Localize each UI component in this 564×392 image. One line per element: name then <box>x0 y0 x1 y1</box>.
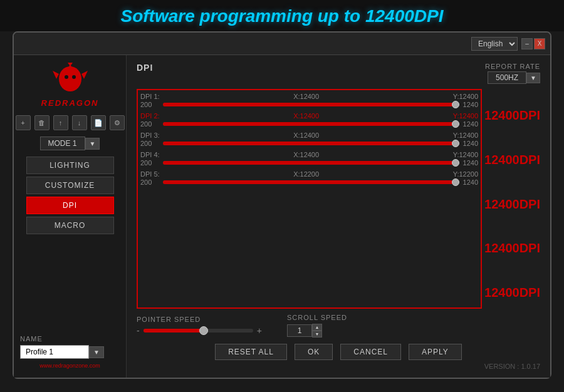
scroll-arrows: ▲ ▼ <box>312 324 322 338</box>
cancel-button[interactable]: CANCEL <box>340 344 401 360</box>
name-label: NAME <box>20 335 120 343</box>
dpi-slider-fill-2 <box>163 122 453 126</box>
dpi-slider-row-3: 200 1240 <box>140 140 478 147</box>
dpi-slider-thumb-2[interactable] <box>452 120 459 128</box>
main-frame: English – X <box>13 31 551 379</box>
scroll-input-row: ▲ ▼ <box>287 324 347 338</box>
dpi-row-5-label: DPI 5: <box>140 170 160 178</box>
dpi-right-label-3: 12400DPI <box>484 189 540 219</box>
frame-top: English – X <box>14 33 550 55</box>
mode-label: MODE 1 <box>40 137 85 150</box>
pointer-plus[interactable]: + <box>257 326 262 336</box>
language-select[interactable]: English <box>471 37 518 51</box>
dpi-right-label-1: 12400DPI <box>484 100 540 130</box>
bottom-section: POINTER SPEED - + SCROLL SPEED <box>137 314 540 370</box>
speed-row: POINTER SPEED - + SCROLL SPEED <box>137 314 540 338</box>
dpi-row-1: DPI 1: X:12400 Y:12400 200 1240 <box>140 93 478 108</box>
dpi-slider-track-5[interactable] <box>163 180 459 184</box>
scroll-speed-input[interactable] <box>287 324 312 337</box>
name-input-row: ▼ <box>20 345 120 359</box>
delete-icon[interactable]: 🗑 <box>34 115 50 130</box>
dpi-slider-track-4[interactable] <box>163 161 459 165</box>
title-bar: Software programming up to 12400DPI <box>0 0 564 31</box>
dpi-row-4-y: Y:12400 <box>453 151 478 158</box>
mode-arrow[interactable]: ▼ <box>85 138 100 150</box>
ok-button[interactable]: OK <box>295 344 333 360</box>
dpi-slider-fill-4 <box>163 161 453 165</box>
pointer-slider-row: - + <box>137 326 262 336</box>
dpi-slider-fill-5 <box>163 180 453 184</box>
dpi-row-3: DPI 3: X:12400 Y:12400 200 1240 <box>140 132 478 147</box>
apply-button[interactable]: APPLY <box>409 344 462 360</box>
svg-point-5 <box>72 75 76 79</box>
pointer-speed-group: POINTER SPEED - + <box>137 316 262 336</box>
dpi-slider-fill-1 <box>163 103 453 106</box>
cloud-download-icon[interactable]: ↓ <box>72 115 87 130</box>
dpi-slider-row-2: 200 1240 <box>140 120 478 128</box>
content-area: REDRAGON + 🗑 ↑ ↓ 📄 ⚙ MODE 1 ▼ LIGHTING C… <box>14 55 550 378</box>
dpi-row-1-x: X:12400 <box>293 93 319 100</box>
pointer-fill <box>144 329 204 333</box>
close-button[interactable]: X <box>534 38 545 49</box>
copy-icon[interactable]: 📄 <box>91 115 106 130</box>
dpi-max-label-3: 1240 <box>463 140 478 147</box>
dpi-slider-track-2[interactable] <box>163 122 459 126</box>
report-rate-label: REPORT RATE <box>485 63 540 70</box>
dpi-slider-thumb-4[interactable] <box>452 159 459 167</box>
page-title: Software programming up to 12400DPI <box>0 6 564 26</box>
dpi-rows-box: DPI 1: X:12400 Y:12400 200 1240 <box>137 89 482 309</box>
svg-point-4 <box>65 75 68 79</box>
dpi-max-label-4: 1240 <box>463 159 478 167</box>
pointer-track[interactable] <box>144 329 253 333</box>
dragon-logo <box>51 61 89 96</box>
scroll-down-button[interactable]: ▼ <box>312 331 322 338</box>
dpi-slider-row-5: 200 1240 <box>140 178 478 186</box>
dpi-value-3: 200 <box>140 140 159 147</box>
add-profile-icon[interactable]: + <box>16 115 31 130</box>
dpi-rows-container: DPI 1: X:12400 Y:12400 200 1240 <box>137 89 540 309</box>
dpi-slider-thumb-1[interactable] <box>452 101 459 108</box>
dpi-row-5-x: X:12200 <box>293 170 319 178</box>
dpi-row-1-y: Y:12400 <box>453 93 478 100</box>
dpi-slider-thumb-5[interactable] <box>452 178 459 186</box>
dpi-row-4: DPI 4: X:12400 Y:12400 200 1240 <box>140 151 478 167</box>
dpi-slider-row-4: 200 1240 <box>140 159 478 167</box>
dpi-row-3-y: Y:12400 <box>453 132 478 139</box>
name-section: NAME ▼ www.redragonzone.com <box>20 335 120 371</box>
dpi-row-4-label: DPI 4: <box>140 151 160 158</box>
minimize-button[interactable]: – <box>521 38 533 49</box>
dpi-row-1-label: DPI 1: <box>140 93 160 100</box>
dpi-slider-row-1: 200 1240 <box>140 101 478 108</box>
pointer-speed-label: POINTER SPEED <box>137 316 262 323</box>
dpi-value-4: 200 <box>140 159 159 167</box>
version-text: VERSION : 1.0.17 <box>137 363 540 370</box>
dpi-row-3-header: DPI 3: X:12400 Y:12400 <box>140 132 478 139</box>
reset-all-button[interactable]: RESET ALL <box>215 344 287 360</box>
scroll-speed-group: SCROLL SPEED ▲ ▼ <box>287 314 347 338</box>
report-rate-arrow[interactable]: ▼ <box>526 73 540 83</box>
cloud-upload-icon[interactable]: ↑ <box>53 115 68 130</box>
dpi-title: DPI <box>137 63 153 73</box>
profile-name-input[interactable] <box>20 345 89 359</box>
dpi-header-row: DPI REPORT RATE 500HZ ▼ <box>137 63 540 84</box>
profile-arrow[interactable]: ▼ <box>89 346 104 358</box>
dpi-row-2-x: X:12400 <box>293 112 319 120</box>
sidebar: REDRAGON + 🗑 ↑ ↓ 📄 ⚙ MODE 1 ▼ LIGHTING C… <box>14 55 127 378</box>
nav-lighting[interactable]: LIGHTING <box>26 157 114 174</box>
dpi-row-3-label: DPI 3: <box>140 132 160 139</box>
pointer-thumb[interactable] <box>199 326 208 335</box>
nav-macro[interactable]: MACRO <box>26 217 114 234</box>
dpi-max-label-2: 1240 <box>463 120 478 128</box>
pointer-minus[interactable]: - <box>137 326 140 336</box>
dpi-value-1: 200 <box>140 101 159 108</box>
report-rate-value: 500HZ <box>488 71 526 84</box>
dpi-slider-track-1[interactable] <box>163 103 459 106</box>
dpi-row-2-y: Y:12400 <box>453 112 478 120</box>
dpi-slider-track-3[interactable] <box>163 142 459 145</box>
dpi-max-label-5: 1240 <box>463 178 478 186</box>
settings-icon[interactable]: ⚙ <box>110 115 125 130</box>
nav-dpi[interactable]: DPI <box>26 197 114 214</box>
scroll-up-button[interactable]: ▲ <box>312 324 322 331</box>
dpi-slider-thumb-3[interactable] <box>452 140 459 147</box>
nav-customize[interactable]: CUSTOMIZE <box>26 177 114 194</box>
